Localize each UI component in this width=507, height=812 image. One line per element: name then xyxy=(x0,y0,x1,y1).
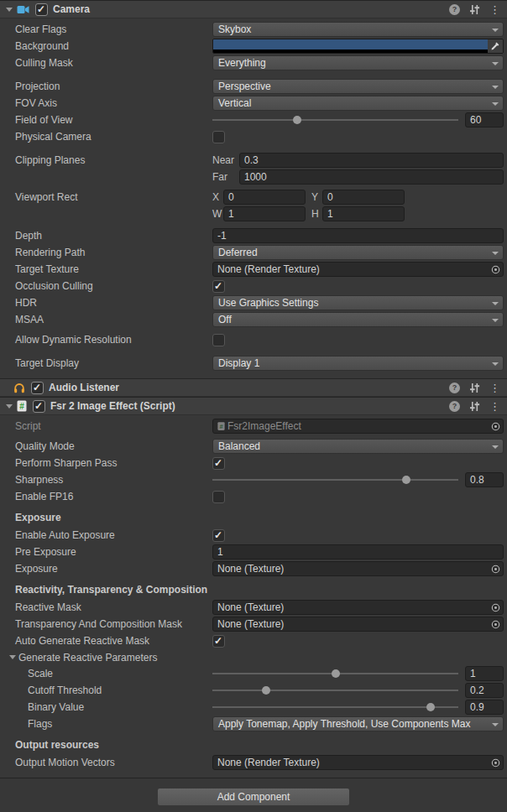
hdr-dropdown[interactable]: Use Graphics Settings xyxy=(212,295,504,310)
binary-value-row: Binary Value 0.9 xyxy=(0,700,507,715)
msaa-label: MSAA xyxy=(0,314,212,325)
quality-mode-row: Quality Mode Balanced xyxy=(0,439,507,454)
allow-dynamic-resolution-label: Allow Dynamic Resolution xyxy=(0,334,212,346)
physical-camera-checkbox[interactable] xyxy=(212,131,225,143)
svg-text:#: # xyxy=(19,402,24,411)
add-component-button[interactable]: Add Component xyxy=(157,788,350,806)
target-texture-field[interactable]: None (Render Texture) xyxy=(212,262,504,277)
occlusion-culling-checkbox[interactable] xyxy=(212,280,225,293)
sharpness-slider[interactable] xyxy=(212,472,458,487)
fov-axis-dropdown[interactable]: Vertical xyxy=(212,96,504,111)
exposure-field[interactable]: None (Texture) xyxy=(212,561,504,576)
physical-camera-row: Physical Camera xyxy=(0,129,507,144)
viewport-y-input[interactable]: 0 xyxy=(322,190,405,205)
foldout-expanded-icon[interactable] xyxy=(9,655,16,659)
flags-label: Flags xyxy=(0,718,212,730)
field-of-view-input[interactable]: 60 xyxy=(465,112,504,128)
binary-value-slider[interactable] xyxy=(212,700,458,715)
camera-component-header[interactable]: Camera ? ⋮ xyxy=(0,0,507,18)
pre-exposure-input[interactable]: 1 xyxy=(212,544,504,560)
camera-enabled-checkbox[interactable] xyxy=(35,3,48,16)
chevron-down-icon xyxy=(492,723,499,726)
presets-icon[interactable] xyxy=(469,4,480,15)
slider-handle[interactable] xyxy=(293,116,301,124)
output-motion-vectors-field[interactable]: None (Render Texture) xyxy=(212,755,504,770)
color-swatch[interactable] xyxy=(213,39,488,49)
reactive-mask-label: Reactive Mask xyxy=(0,601,212,613)
help-icon[interactable]: ? xyxy=(449,383,460,393)
inspector-panel: Camera ? ⋮ Clear Flags Skybox Background xyxy=(0,0,507,812)
help-icon[interactable]: ? xyxy=(449,401,460,412)
flags-dropdown[interactable]: Apply Tonemap, Apply Threshold, Use Comp… xyxy=(212,716,504,731)
msaa-dropdown[interactable]: Off xyxy=(212,312,504,327)
chevron-down-icon xyxy=(492,252,499,255)
transparency-mask-field[interactable]: None (Texture) xyxy=(212,617,504,632)
viewport-w-input[interactable]: 1 xyxy=(223,206,306,221)
fov-axis-label: FOV Axis xyxy=(0,97,212,109)
enable-fp16-checkbox[interactable] xyxy=(212,491,225,503)
field-of-view-slider[interactable] xyxy=(212,112,458,128)
culling-mask-dropdown[interactable]: Everything xyxy=(212,55,504,70)
depth-label: Depth xyxy=(0,230,212,242)
enable-fp16-label: Enable FP16 xyxy=(0,491,212,502)
cutoff-threshold-input[interactable]: 0.2 xyxy=(465,683,504,698)
binary-value-input[interactable]: 0.9 xyxy=(465,700,504,715)
enable-auto-exposure-checkbox[interactable] xyxy=(212,529,225,542)
clear-flags-row: Clear Flags Skybox xyxy=(0,22,507,37)
kebab-menu-icon[interactable]: ⋮ xyxy=(489,383,500,393)
scale-slider[interactable] xyxy=(212,666,458,681)
y-label: Y xyxy=(311,191,322,203)
auto-generate-reactive-mask-label: Auto Generate Reactive Mask xyxy=(0,635,212,647)
audio-listener-component-header[interactable]: Audio Listener ? ⋮ xyxy=(0,378,507,397)
help-icon[interactable]: ? xyxy=(449,4,460,15)
auto-generate-reactive-mask-checkbox[interactable] xyxy=(212,635,225,648)
generate-reactive-parameters-row[interactable]: Generate Reactive Parameters xyxy=(0,650,507,664)
reactive-mask-field[interactable]: None (Texture) xyxy=(212,600,504,615)
kebab-menu-icon[interactable]: ⋮ xyxy=(489,401,500,412)
object-picker-icon[interactable] xyxy=(488,562,503,575)
background-color-field[interactable] xyxy=(212,39,504,54)
clipping-planes-near-row: Clipping Planes Near 0.3 xyxy=(0,153,507,168)
target-display-dropdown[interactable]: Display 1 xyxy=(212,356,504,371)
eyedropper-icon[interactable] xyxy=(488,39,503,53)
chevron-down-icon xyxy=(492,29,499,32)
perform-sharpen-pass-checkbox[interactable] xyxy=(212,457,225,470)
fsr2-foldout-icon[interactable] xyxy=(6,404,13,409)
slider-handle[interactable] xyxy=(262,686,270,695)
clear-flags-dropdown[interactable]: Skybox xyxy=(212,22,504,37)
allow-dynamic-resolution-row: Allow Dynamic Resolution xyxy=(0,332,507,347)
exposure-section-header: Exposure xyxy=(0,512,507,524)
rendering-path-label: Rendering Path xyxy=(0,247,212,258)
kebab-menu-icon[interactable]: ⋮ xyxy=(489,4,500,15)
far-input[interactable]: 1000 xyxy=(239,169,504,185)
near-input[interactable]: 0.3 xyxy=(239,153,504,168)
presets-icon[interactable] xyxy=(469,383,480,393)
object-picker-icon[interactable] xyxy=(488,756,503,769)
background-row: Background xyxy=(0,39,507,54)
fsr2-enabled-checkbox[interactable] xyxy=(33,400,45,413)
object-picker-icon[interactable] xyxy=(488,617,503,631)
depth-input[interactable]: -1 xyxy=(212,228,504,243)
cutoff-threshold-slider[interactable] xyxy=(212,683,458,698)
script-field[interactable]: # Fsr2ImageEffect xyxy=(212,419,504,434)
fsr2-component-header[interactable]: # Fsr 2 Image Effect (Script) ? ⋮ xyxy=(0,397,507,415)
scale-input[interactable]: 1 xyxy=(465,666,504,681)
cutoff-threshold-label: Cutoff Threshold xyxy=(0,684,212,696)
projection-dropdown[interactable]: Perspective xyxy=(212,79,504,94)
audio-listener-enabled-checkbox[interactable] xyxy=(31,382,44,394)
object-picker-icon[interactable] xyxy=(488,601,503,614)
object-picker-icon[interactable] xyxy=(488,263,503,276)
presets-icon[interactable] xyxy=(469,401,480,412)
quality-mode-dropdown[interactable]: Balanced xyxy=(212,439,504,454)
slider-handle[interactable] xyxy=(332,669,340,678)
sharpness-input[interactable]: 0.8 xyxy=(465,472,504,487)
object-picker-icon[interactable] xyxy=(488,419,503,433)
slider-handle[interactable] xyxy=(402,476,410,484)
viewport-h-input[interactable]: 1 xyxy=(322,206,405,221)
viewport-rect-wh-row: W 1 H 1 xyxy=(0,206,507,221)
viewport-x-input[interactable]: 0 xyxy=(223,190,306,205)
allow-dynamic-resolution-checkbox[interactable] xyxy=(212,334,225,346)
slider-handle[interactable] xyxy=(426,703,435,711)
camera-foldout-icon[interactable] xyxy=(6,8,13,12)
rendering-path-dropdown[interactable]: Deferred xyxy=(212,245,504,260)
